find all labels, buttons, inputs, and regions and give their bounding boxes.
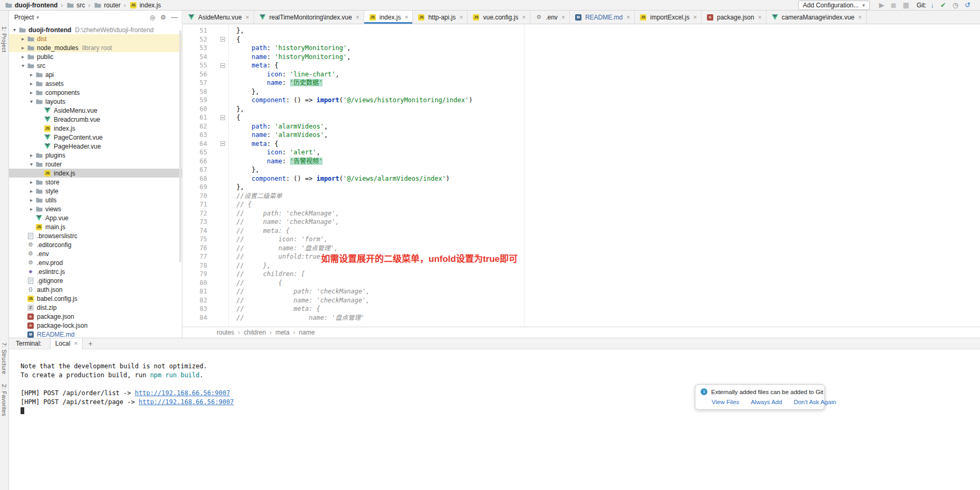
chevron-down-icon[interactable]: ▾: [20, 63, 26, 68]
locate-file-icon[interactable]: ◎: [150, 14, 155, 21]
breadcrumb-item[interactable]: routes: [217, 329, 234, 336]
tool-button-favorites[interactable]: 2: Favorites: [1, 384, 7, 416]
chevron-right-icon[interactable]: ▸: [20, 45, 26, 51]
code-line[interactable]: // name: '盘点管理': [229, 313, 980, 322]
code-line[interactable]: name: 'historyMonitoring',: [229, 53, 980, 62]
tree-item[interactable]: JSmain.js: [9, 222, 182, 231]
tree-item[interactable]: npackage.json: [9, 312, 182, 321]
code-line[interactable]: // meta: {: [229, 305, 980, 313]
chevron-right-icon[interactable]: ▸: [28, 90, 35, 95]
close-icon[interactable]: ×: [693, 14, 697, 21]
close-icon[interactable]: ×: [459, 14, 463, 21]
code-line[interactable]: meta: {: [229, 140, 980, 149]
tree-item[interactable]: ▾duoji-frontendD:\zheheWeb\duoji-fronten…: [9, 25, 182, 34]
tree-item[interactable]: Breadcrumb.vue: [9, 115, 182, 124]
project-view-selector[interactable]: Project ▾: [14, 14, 39, 21]
editor-tab[interactable]: JSimportExcel.js×: [635, 11, 702, 24]
chevron-down-icon[interactable]: ▾: [28, 99, 35, 104]
code-editor[interactable]: 5152535455565758596061626364656667686970…: [183, 24, 980, 327]
code-line[interactable]: name: '历史数据': [229, 79, 980, 87]
tree-item[interactable]: ▾src: [9, 61, 182, 70]
breadcrumb-item[interactable]: src: [65, 2, 86, 9]
editor-tab[interactable]: npackage.json×: [702, 11, 766, 24]
editor-tab[interactable]: JSindex.js×: [364, 11, 413, 24]
git-update-icon[interactable]: ↓: [930, 2, 934, 8]
code-line[interactable]: },: [229, 183, 980, 192]
tree-item[interactable]: npackage-lock.json: [9, 321, 182, 330]
tree-item[interactable]: ▸public: [9, 52, 182, 61]
tree-item[interactable]: ◆.eslintrc.js: [9, 267, 182, 276]
chevron-right-icon[interactable]: ▸: [20, 54, 26, 60]
tree-item[interactable]: ▸store: [9, 178, 182, 187]
editor-tab[interactable]: MREADME.md×: [570, 11, 635, 24]
tree-item[interactable]: JSindex.js: [9, 169, 182, 178]
fold-icon[interactable]: [220, 37, 225, 42]
rollback-icon[interactable]: ↺: [965, 2, 971, 8]
code-line[interactable]: // path: 'checkManage',: [229, 287, 980, 296]
chevron-right-icon[interactable]: ▸: [28, 81, 35, 86]
code-line[interactable]: // path: 'checkManage',: [229, 209, 980, 218]
tree-item[interactable]: ▸node_moduleslibrary root: [9, 43, 182, 52]
tree-item[interactable]: PageContent.vue: [9, 133, 182, 142]
code-line[interactable]: },: [229, 165, 980, 174]
breadcrumb-item[interactable]: children: [244, 329, 266, 336]
tree-item[interactable]: ▸style: [9, 187, 182, 195]
close-icon[interactable]: ×: [626, 14, 630, 21]
tree-item[interactable]: ▸components: [9, 88, 182, 97]
tree-item[interactable]: {}auth.json: [9, 285, 182, 294]
tree-item[interactable]: ▸views: [9, 204, 182, 213]
run-icon[interactable]: ▶: [879, 2, 885, 8]
code-line[interactable]: meta: {: [229, 61, 980, 70]
chevron-right-icon[interactable]: ▸: [28, 180, 35, 185]
editor-tab[interactable]: realTimeMonitoring\index.vue×: [254, 11, 364, 24]
tree-item[interactable]: ⚙.editorconfig: [9, 240, 182, 249]
code-line[interactable]: path: 'alarmVideos',: [229, 122, 980, 131]
code-line[interactable]: {: [229, 113, 980, 122]
tree-item[interactable]: ▸dist: [9, 34, 182, 43]
fold-icon[interactable]: [220, 115, 225, 120]
tree-item[interactable]: JSbabel.config.js: [9, 294, 182, 303]
tree-item[interactable]: ▸api: [9, 70, 182, 79]
code-line[interactable]: name: '告警视频': [229, 157, 980, 166]
chevron-right-icon[interactable]: ▸: [28, 153, 35, 158]
add-configuration-button[interactable]: Add Configuration... ▾: [798, 1, 870, 10]
code-line[interactable]: // name: '盘点管理',: [229, 244, 980, 253]
gear-icon[interactable]: ⚙: [160, 14, 166, 21]
code-line[interactable]: },: [229, 87, 980, 96]
tree-item[interactable]: ⚙.env: [9, 249, 182, 258]
tree-item[interactable]: .gitignore: [9, 276, 182, 285]
close-icon[interactable]: ×: [561, 14, 565, 21]
close-icon[interactable]: ×: [404, 14, 408, 21]
code-line[interactable]: path: 'historyMonitoring',: [229, 44, 980, 53]
editor-tab[interactable]: AsideMenu.vue×: [183, 11, 254, 24]
code-line[interactable]: name: 'alarmVideos',: [229, 131, 980, 140]
code-line[interactable]: {: [229, 35, 980, 44]
code-line[interactable]: // name: 'checkManage',: [229, 296, 980, 305]
chevron-right-icon[interactable]: ▸: [28, 189, 35, 194]
hide-panel-icon[interactable]: —: [171, 14, 178, 21]
scrollbar-thumb[interactable]: [179, 31, 181, 262]
tree-item[interactable]: App.vue: [9, 213, 182, 222]
fold-icon[interactable]: [220, 141, 225, 146]
close-icon[interactable]: ×: [522, 14, 526, 21]
notification-action[interactable]: Always Add: [751, 399, 782, 405]
terminal-tab-local[interactable]: Local ×: [50, 338, 83, 349]
editor-tab[interactable]: ⚙.env×: [530, 11, 570, 24]
code-line[interactable]: },: [229, 26, 980, 35]
close-icon[interactable]: ×: [858, 14, 862, 21]
close-icon[interactable]: ×: [74, 340, 77, 347]
code-line[interactable]: },: [229, 105, 980, 114]
chevron-right-icon[interactable]: ▸: [28, 72, 35, 77]
tree-item[interactable]: .browserslistrc: [9, 231, 182, 240]
notification-action[interactable]: View Files: [712, 399, 739, 405]
chevron-down-icon[interactable]: ▾: [11, 27, 18, 33]
fold-icon[interactable]: [220, 63, 225, 68]
tree-item[interactable]: ▸plugins: [9, 151, 182, 160]
tree-item[interactable]: JSindex.js: [9, 124, 182, 133]
tree-item[interactable]: MREADME.md: [9, 330, 182, 338]
chevron-down-icon[interactable]: ▾: [28, 162, 35, 167]
breadcrumb-item[interactable]: duoji-frontend: [3, 2, 59, 9]
chevron-right-icon[interactable]: ▸: [28, 198, 35, 203]
tree-item[interactable]: ▾router: [9, 160, 182, 169]
coverage-icon[interactable]: ▦: [903, 2, 909, 8]
